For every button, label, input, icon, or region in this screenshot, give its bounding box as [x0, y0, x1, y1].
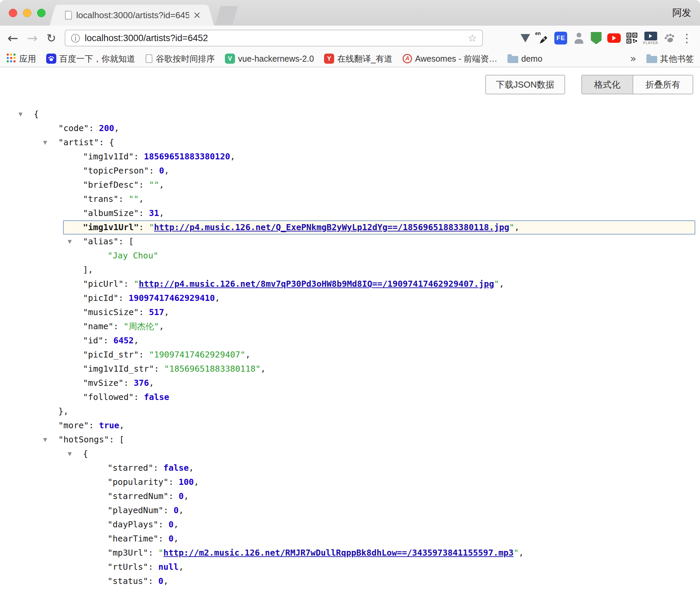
url-input[interactable]: localhost:3000/artists?id=6452	[85, 33, 463, 43]
json-line[interactable]: "picId_str": "19097417462929407",	[0, 348, 700, 362]
format-button[interactable]: 格式化	[582, 75, 633, 94]
collapse-all-button[interactable]: 折叠所有	[633, 75, 693, 94]
json-line-selected[interactable]: "img1v1Url": "http://p4.music.126.net/Q_…	[63, 220, 695, 235]
forward-icon[interactable]: →	[27, 32, 38, 44]
json-line[interactable]: "followed": false	[0, 390, 700, 404]
collapse-toggle-icon[interactable]: ▼	[43, 135, 47, 150]
translate-pen-icon[interactable]: en	[536, 31, 549, 45]
json-link-value[interactable]: http://m2.music.126.net/RMJR7wDullRqppBk…	[164, 548, 514, 558]
json-punctuation: ,	[514, 222, 519, 232]
json-string-value: "周杰伦"	[123, 321, 159, 331]
profile-name[interactable]: 阿发	[672, 0, 691, 26]
json-line[interactable]: "topicPerson": 0,	[0, 164, 700, 178]
json-line[interactable]: },	[0, 404, 700, 418]
bookmark-label: 百度一下，你就知道	[59, 53, 135, 64]
browser-tab[interactable]: localhost:3000/artists?id=645 ×	[58, 5, 206, 26]
json-line[interactable]: "musicSize": 517,	[0, 305, 700, 319]
json-punctuation: :	[123, 279, 134, 289]
json-line[interactable]: ▼{	[0, 107, 700, 121]
json-line[interactable]: "copyFrom": "",	[0, 588, 700, 591]
bookmark-item-apps[interactable]: 应用	[6, 53, 36, 64]
json-line[interactable]: "playedNum": 0,	[0, 503, 700, 518]
person-extension-icon[interactable]	[573, 32, 585, 44]
download-json-button[interactable]: 下载JSON数据	[485, 75, 565, 94]
json-line[interactable]: ▼"alias": [	[0, 235, 700, 249]
fe-extension-icon[interactable]: FE	[554, 32, 567, 44]
json-line[interactable]: "img1v1Id_str": "18569651883380118",	[0, 362, 700, 376]
new-tab-button[interactable]	[215, 6, 238, 25]
json-line[interactable]: "code": 200,	[0, 121, 700, 135]
json-line[interactable]: "dayPlays": 0,	[0, 518, 700, 532]
json-line[interactable]: "briefDesc": "",	[0, 178, 700, 192]
bookmark-item-demo[interactable]: demo	[507, 54, 543, 64]
bookmarks-overflow-icon[interactable]: »	[630, 54, 636, 64]
player-extension-icon[interactable]: PLAYER	[643, 32, 658, 45]
collapse-toggle-icon[interactable]: ▼	[19, 107, 23, 121]
json-punctuation: :	[139, 208, 149, 218]
collapse-toggle-icon[interactable]: ▼	[68, 447, 72, 461]
json-punctuation: :	[148, 576, 158, 586]
json-key: "starred"	[108, 463, 153, 473]
json-keyword-value: null	[158, 562, 179, 572]
bookmark-star-icon[interactable]: ☆	[468, 33, 477, 43]
folder-icon	[646, 56, 657, 63]
zoom-window-button[interactable]	[37, 9, 46, 17]
collapse-toggle-icon[interactable]: ▼	[68, 235, 72, 249]
json-link-value[interactable]: http://p4.music.126.net/8mv7qP30Pd3oHW8b…	[139, 279, 494, 289]
paw-extension-icon[interactable]	[664, 32, 675, 44]
json-line[interactable]: "hearTime": 0,	[0, 532, 700, 546]
json-key: "topicPerson"	[83, 166, 149, 176]
json-key: "img1v1Id_str"	[83, 364, 154, 374]
json-line[interactable]: "starredNum": 0,	[0, 489, 700, 503]
json-line[interactable]: "img1v1Id": 18569651883380120,	[0, 150, 700, 164]
json-line[interactable]: ▼"hotSongs": [	[0, 433, 700, 447]
json-line[interactable]: "rtUrls": null,	[0, 560, 700, 574]
omnibox[interactable]: ⓘ localhost:3000/artists?id=6452 ☆	[65, 30, 483, 46]
page-icon	[146, 54, 152, 63]
json-line[interactable]: "mvSize": 376,	[0, 376, 700, 390]
json-key: "picUrl"	[83, 279, 123, 289]
bookmark-item-baidu[interactable]: 百度一下，你就知道	[46, 53, 135, 64]
json-line[interactable]: "trans": "",	[0, 192, 700, 206]
other-bookmarks[interactable]: 其他书签	[646, 53, 694, 64]
bookmark-item-awesomes[interactable]: A Awesomes - 前端资…	[403, 53, 497, 64]
json-key: "hotSongs"	[58, 435, 109, 444]
json-line[interactable]: "more": true,	[0, 418, 700, 433]
json-line[interactable]: "name": "周杰伦",	[0, 319, 700, 334]
shield-extension-icon[interactable]	[591, 32, 602, 44]
bookmark-item-vue-hackernews[interactable]: V vue-hackernews-2.0	[225, 54, 314, 64]
back-icon[interactable]: ←	[7, 32, 18, 44]
json-punctuation: ,	[194, 477, 199, 487]
json-line[interactable]: "albumSize": 31,	[0, 206, 700, 220]
json-punctuation: ],	[83, 265, 93, 275]
json-line[interactable]: ],	[0, 263, 700, 277]
v-extension-icon[interactable]	[521, 34, 530, 42]
json-line[interactable]: "picUrl": "http://p4.music.126.net/8mv7q…	[0, 277, 700, 291]
youtube-extension-icon[interactable]	[607, 33, 621, 43]
json-line[interactable]: "status": 0,	[0, 574, 700, 588]
site-info-icon[interactable]: ⓘ	[71, 34, 80, 43]
close-window-button[interactable]	[9, 9, 17, 17]
json-line[interactable]: "mp3Url": "http://m2.music.126.net/RMJR7…	[0, 546, 700, 560]
json-line[interactable]: ▼{	[0, 447, 700, 461]
close-tab-icon[interactable]: ×	[193, 10, 201, 20]
json-line[interactable]: ▼"artist": {	[0, 135, 700, 150]
json-string-value: "	[149, 222, 154, 232]
json-punctuation: :	[139, 222, 149, 232]
json-line[interactable]: "picId": 19097417462929410,	[0, 291, 700, 305]
json-punctuation: ,	[179, 505, 184, 515]
json-key: "musicSize"	[83, 307, 139, 317]
json-link-value[interactable]: http://p4.music.126.net/Q_ExePNkmgB2yWyL…	[154, 222, 509, 232]
browser-menu-icon[interactable]: ⋮	[681, 32, 693, 44]
reload-icon[interactable]: ↻	[47, 32, 56, 44]
qr-code-extension-icon[interactable]	[626, 33, 637, 43]
collapse-toggle-icon[interactable]: ▼	[43, 433, 47, 447]
json-line[interactable]: "Jay Chou"	[0, 249, 700, 263]
minimize-window-button[interactable]	[23, 9, 31, 17]
bookmark-item-google-sort[interactable]: 谷歌按时间排序	[145, 53, 215, 64]
json-line[interactable]: "popularity": 100,	[0, 475, 700, 489]
json-keyword-value: false	[144, 392, 169, 402]
json-line[interactable]: "starred": false,	[0, 461, 700, 475]
bookmark-item-youdao[interactable]: Y 在线翻译_有道	[324, 53, 392, 64]
json-line[interactable]: "id": 6452,	[0, 334, 700, 348]
